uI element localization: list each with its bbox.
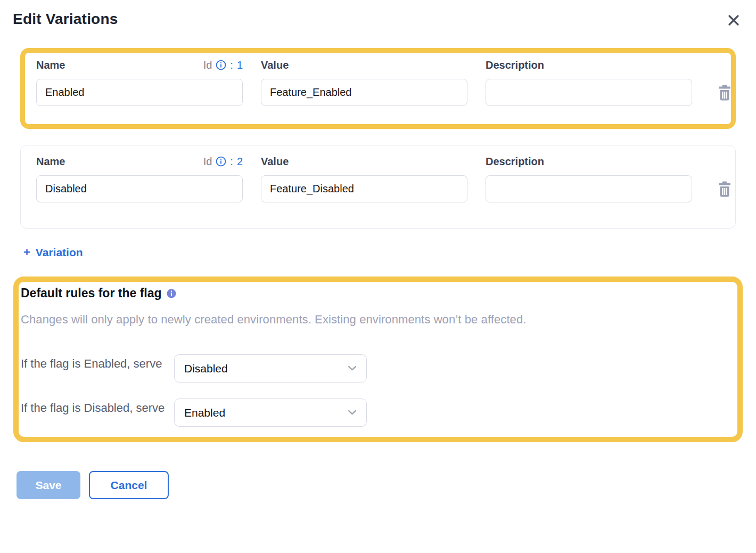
add-variation-label: Variation	[36, 246, 83, 259]
variation-card-2: Name Id : 2	[20, 145, 736, 229]
name-input[interactable]	[36, 175, 243, 202]
dialog-footer: Save Cancel	[17, 471, 756, 499]
name-label: Name	[36, 156, 65, 168]
trash-icon	[718, 191, 732, 199]
selected-value: Disabled	[184, 362, 228, 375]
add-variation-button[interactable]: + Variation	[23, 246, 83, 259]
description-label: Description	[486, 156, 544, 168]
chevron-down-icon	[348, 410, 357, 416]
info-icon[interactable]	[216, 60, 226, 70]
serve-select-disabled[interactable]: Enabled	[174, 399, 367, 427]
rule-row-disabled: If the flag is Disabled, serve Enabled	[21, 399, 727, 427]
trash-cell	[710, 79, 739, 106]
delete-variation-button[interactable]	[718, 181, 732, 197]
rule-label: If the flag is Enabled, serve	[21, 354, 174, 372]
id-label: Id	[203, 59, 212, 71]
description-input[interactable]	[486, 175, 692, 202]
dialog-header: Edit Variations	[0, 0, 756, 29]
value-input[interactable]	[261, 79, 467, 106]
cancel-button[interactable]: Cancel	[89, 471, 169, 499]
id-label: Id	[203, 156, 212, 168]
id-value: 1	[237, 59, 243, 71]
plus-icon: +	[23, 246, 30, 259]
info-icon[interactable]	[216, 156, 226, 167]
rule-label: If the flag is Disabled, serve	[21, 399, 174, 417]
default-rules-panel: Default rules for the flag Changes will …	[13, 276, 743, 442]
description-input[interactable]	[486, 79, 692, 106]
edit-variations-dialog: Edit Variations Name Id	[0, 0, 756, 553]
save-button[interactable]: Save	[17, 471, 80, 499]
id-value: 2	[237, 156, 243, 168]
page-title: Edit Variations	[13, 11, 118, 28]
trash-cell	[710, 175, 739, 202]
value-label: Value	[261, 156, 289, 168]
description-field-group: Description	[486, 154, 692, 202]
name-input[interactable]	[36, 79, 243, 106]
close-button[interactable]	[725, 12, 742, 29]
trash-icon	[718, 94, 732, 102]
description-field-group: Description	[486, 58, 692, 106]
delete-variation-button[interactable]	[718, 85, 732, 101]
close-icon	[727, 13, 741, 27]
name-field-group: Name Id : 2	[36, 154, 243, 202]
rules-note: Changes will only apply to newly created…	[21, 313, 727, 327]
value-field-group: Value	[261, 154, 467, 202]
id-separator: :	[230, 156, 233, 168]
chevron-down-icon	[348, 365, 357, 371]
variation-card-1: Name Id : 1	[20, 48, 736, 129]
selected-value: Enabled	[184, 406, 225, 419]
default-rules-title: Default rules for the flag	[21, 286, 162, 300]
name-label: Name	[36, 59, 65, 71]
info-filled-icon[interactable]	[167, 289, 176, 298]
description-label: Description	[486, 59, 544, 71]
value-label: Value	[261, 59, 289, 71]
id-group: Id : 1	[203, 59, 243, 71]
id-separator: :	[230, 59, 233, 71]
value-field-group: Value	[261, 58, 467, 106]
value-input[interactable]	[261, 175, 467, 202]
id-group: Id : 2	[203, 156, 243, 168]
rule-row-enabled: If the flag is Enabled, serve Disabled	[21, 354, 727, 383]
name-field-group: Name Id : 1	[36, 58, 243, 106]
serve-select-enabled[interactable]: Disabled	[174, 354, 367, 383]
